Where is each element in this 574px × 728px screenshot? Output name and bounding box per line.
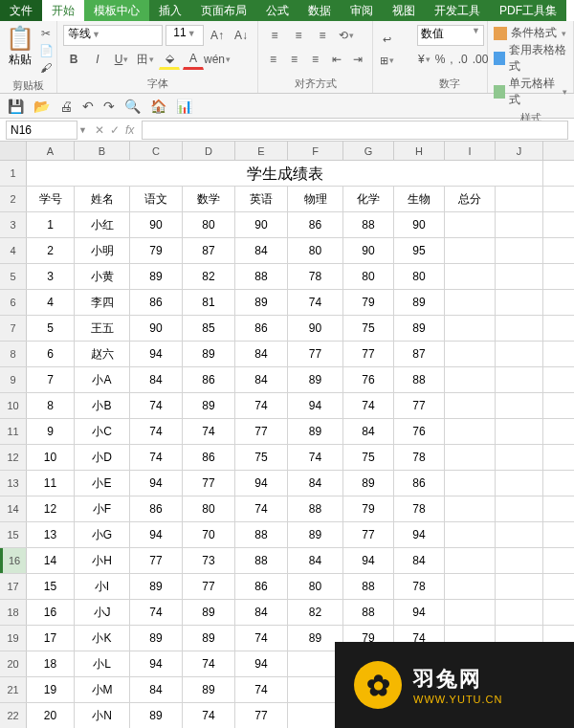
increase-font-icon[interactable]: A↑ — [207, 25, 228, 46]
tab-home[interactable]: 开始 — [42, 0, 84, 21]
cell[interactable]: 90 — [343, 238, 394, 263]
cell[interactable] — [445, 548, 496, 573]
cell[interactable]: 12 — [27, 496, 75, 521]
row-header[interactable]: 8 — [0, 342, 27, 366]
cell[interactable]: 9 — [27, 419, 75, 444]
cell[interactable]: 79 — [343, 496, 394, 521]
col-header[interactable]: D — [183, 142, 235, 160]
cell[interactable]: 77 — [343, 342, 394, 366]
cell[interactable]: 8 — [27, 393, 75, 418]
cell[interactable]: 88 — [235, 548, 288, 573]
cell[interactable]: 姓名 — [75, 187, 130, 211]
paste-button[interactable]: 📋 粘贴 — [6, 25, 34, 77]
font-name-select[interactable]: 等线▼ — [63, 25, 163, 46]
cell[interactable]: 86 — [183, 367, 235, 392]
tab-dev[interactable]: 开发工具 — [425, 0, 490, 21]
cell[interactable] — [445, 574, 496, 599]
cell[interactable]: 化学 — [343, 187, 394, 211]
cell[interactable]: 生物 — [394, 187, 445, 211]
cell[interactable]: 小H — [75, 548, 130, 573]
cell[interactable]: 80 — [343, 264, 394, 289]
cell[interactable]: 11 — [27, 471, 75, 496]
cell[interactable]: 74 — [130, 600, 183, 625]
cell[interactable]: 74 — [235, 393, 288, 418]
cell[interactable] — [496, 419, 543, 444]
cell[interactable]: 90 — [288, 316, 343, 341]
cell[interactable]: 94 — [130, 651, 183, 676]
cell[interactable]: 85 — [183, 316, 235, 341]
align-left-icon[interactable]: ≡ — [264, 49, 282, 70]
cell[interactable]: 13 — [27, 522, 75, 547]
cell[interactable] — [496, 496, 543, 521]
cell[interactable]: 74 — [130, 445, 183, 470]
align-right-icon[interactable]: ≡ — [306, 49, 324, 70]
cell[interactable]: 82 — [288, 600, 343, 625]
cell[interactable]: 78 — [394, 574, 445, 599]
cell[interactable]: 74 — [343, 393, 394, 418]
cell[interactable]: 84 — [235, 600, 288, 625]
cell[interactable]: 18 — [27, 651, 75, 676]
cell[interactable]: 86 — [130, 290, 183, 315]
cell[interactable]: 小B — [75, 393, 130, 418]
cell[interactable]: 84 — [288, 471, 343, 496]
cell[interactable]: 74 — [288, 290, 343, 315]
currency-icon[interactable]: ¥▾ — [417, 49, 431, 70]
cell[interactable]: 87 — [183, 238, 235, 263]
cell[interactable]: 物理 — [288, 187, 343, 211]
align-top-icon[interactable]: ≡ — [264, 25, 285, 46]
cell[interactable]: 1 — [27, 212, 75, 237]
cell[interactable]: 77 — [343, 522, 394, 547]
cell[interactable]: 94 — [130, 342, 183, 366]
cell[interactable]: 84 — [235, 367, 288, 392]
decrease-font-icon[interactable]: A↓ — [231, 25, 252, 46]
cell[interactable]: 74 — [235, 626, 288, 651]
cell[interactable]: 88 — [288, 496, 343, 521]
cell[interactable]: 89 — [235, 290, 288, 315]
cell[interactable]: 19 — [27, 677, 75, 702]
cell[interactable]: 84 — [130, 367, 183, 392]
cell[interactable]: 90 — [130, 316, 183, 341]
cell[interactable]: 94 — [394, 600, 445, 625]
cell[interactable] — [445, 393, 496, 418]
cell[interactable] — [496, 187, 543, 211]
cell[interactable]: 王五 — [75, 316, 130, 341]
cell[interactable]: 80 — [183, 496, 235, 521]
cell[interactable]: 17 — [27, 626, 75, 651]
cell[interactable]: 79 — [130, 238, 183, 263]
cell[interactable]: 86 — [183, 445, 235, 470]
border-button[interactable]: 田▾ — [135, 49, 156, 70]
cell[interactable] — [445, 238, 496, 263]
col-header[interactable]: A — [27, 142, 75, 160]
print-icon[interactable]: 🖨 — [59, 99, 73, 114]
cell[interactable]: 89 — [130, 626, 183, 651]
cell[interactable] — [496, 574, 543, 599]
align-center-icon[interactable]: ≡ — [285, 49, 303, 70]
row-header[interactable]: 7 — [0, 316, 27, 341]
zoom-icon[interactable]: 🔍 — [124, 99, 141, 114]
fill-color-button[interactable]: ⬙ — [159, 49, 180, 70]
cell[interactable]: 94 — [130, 522, 183, 547]
cell[interactable] — [496, 264, 543, 289]
tab-formula[interactable]: 公式 — [256, 0, 298, 21]
row-header[interactable]: 4 — [0, 238, 27, 263]
cell[interactable]: 86 — [235, 316, 288, 341]
row-header[interactable]: 14 — [0, 496, 27, 521]
row-header[interactable]: 9 — [0, 367, 27, 392]
col-header[interactable]: I — [445, 142, 496, 160]
cell[interactable]: 84 — [235, 342, 288, 366]
cell[interactable]: 75 — [343, 316, 394, 341]
cell[interactable]: 94 — [235, 471, 288, 496]
cell[interactable]: 88 — [235, 522, 288, 547]
cell[interactable] — [496, 522, 543, 547]
cell[interactable]: 74 — [235, 677, 288, 702]
cell[interactable]: 89 — [130, 574, 183, 599]
conditional-format-button[interactable]: 条件格式▾ — [494, 25, 567, 41]
cell[interactable]: 73 — [183, 548, 235, 573]
cell[interactable]: 80 — [288, 238, 343, 263]
cell[interactable]: 学号 — [27, 187, 75, 211]
row-header[interactable]: 16 — [0, 548, 27, 573]
cell[interactable]: 小L — [75, 651, 130, 676]
cell[interactable]: 89 — [183, 677, 235, 702]
cell[interactable]: 94 — [130, 471, 183, 496]
col-header[interactable]: J — [496, 142, 543, 160]
